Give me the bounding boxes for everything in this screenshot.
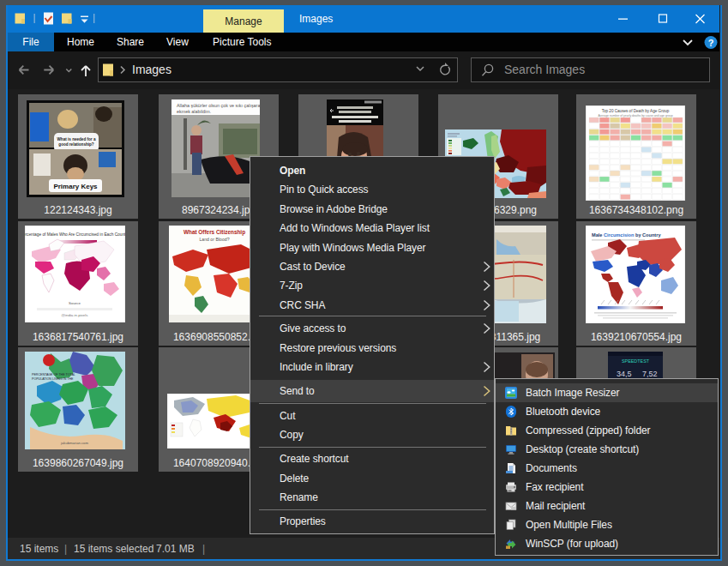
- svg-text:What is needed for a: What is needed for a: [57, 137, 96, 142]
- svg-text:What Offers Citizenship: What Offers Citizenship: [184, 229, 245, 236]
- svg-text:7,52: 7,52: [642, 370, 658, 378]
- svg-text:Male Circumcision by Country: Male Circumcision by Country: [592, 232, 661, 238]
- svg-text:good relationship?: good relationship?: [58, 142, 94, 147]
- svg-text:Percentage of Males Who Are Ci: Percentage of Males Who Are Circumcised …: [25, 232, 125, 237]
- svg-text:PERCENTAGE OF THE TOTAL: PERCENTAGE OF THE TOTAL: [32, 373, 75, 376]
- svg-text:Top 20 Causes of Death by Age: Top 20 Causes of Death by Age Group: [602, 109, 670, 113]
- svg-text:@india.in.pixels: @india.in.pixels: [62, 313, 89, 317]
- svg-text:Source: Source: [69, 301, 81, 305]
- svg-text:Allaha şükürler olsun çok ve s: Allaha şükürler olsun çok ve sıkı çalışa…: [177, 103, 260, 108]
- svg-text:Land or Blood?: Land or Blood?: [199, 237, 229, 242]
- svg-text:Average number of yearly death: Average number of yearly deaths by cause…: [598, 114, 672, 117]
- svg-text:SPEEDTEST: SPEEDTEST: [622, 358, 650, 364]
- svg-text:34,5: 34,5: [617, 370, 632, 378]
- svg-text:?: ?: [708, 38, 714, 48]
- svg-text:POPULATION LIVING IN THE: POPULATION LIVING IN THE: [32, 377, 74, 381]
- svg-text:ekmek alabildim.: ekmek alabildim.: [177, 109, 211, 114]
- svg-text:jakubmarian.com: jakubmarian.com: [60, 441, 88, 445]
- svg-text:Primary Keys: Primary Keys: [53, 183, 98, 190]
